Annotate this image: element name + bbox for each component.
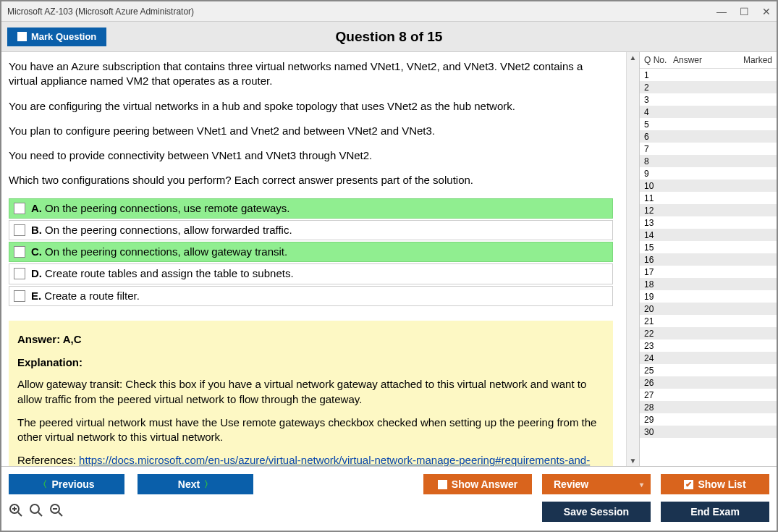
show-answer-button[interactable]: Show Answer xyxy=(423,474,532,494)
option-checkbox[interactable] xyxy=(14,268,25,279)
sidebar-row[interactable]: 28 xyxy=(640,401,777,413)
sidebar-row[interactable]: 10 xyxy=(640,180,777,192)
sidebar-row[interactable]: 12 xyxy=(640,204,777,216)
sidebar-row[interactable]: 15 xyxy=(640,241,777,253)
sidebar-qno: 1 xyxy=(644,70,673,80)
sidebar-row[interactable]: 1 xyxy=(640,69,777,81)
footer-row-2: Save Session End Exam xyxy=(9,502,769,522)
minimize-icon[interactable]: — xyxy=(716,6,727,17)
next-label: Next xyxy=(178,478,200,490)
sidebar-qno: 9 xyxy=(644,169,673,179)
show-answer-label: Show Answer xyxy=(452,478,517,490)
sidebar-qno: 21 xyxy=(644,316,673,326)
sidebar-row[interactable]: 16 xyxy=(640,253,777,266)
sidebar-row[interactable]: 30 xyxy=(640,426,777,438)
sidebar-header: Q No. Answer Marked xyxy=(640,52,777,69)
zoom-in-icon[interactable] xyxy=(9,503,23,521)
checkbox-icon xyxy=(17,32,27,41)
review-button[interactable]: Review xyxy=(542,474,651,494)
maximize-icon[interactable]: ☐ xyxy=(740,6,749,17)
mark-question-button[interactable]: Mark Question xyxy=(7,28,106,46)
action-buttons: Show Answer Review ✔ Show List xyxy=(423,474,769,494)
close-icon[interactable]: ✕ xyxy=(762,6,771,17)
sidebar-row[interactable]: 20 xyxy=(640,303,777,315)
scroll-down-icon[interactable]: ▼ xyxy=(627,455,639,466)
show-list-label: Show List xyxy=(698,478,745,490)
option-text: Create a route filter. xyxy=(44,289,140,303)
references: References: https://docs.microsoft.com/e… xyxy=(17,453,604,466)
sidebar-qno: 2 xyxy=(644,83,673,93)
sidebar-qno: 6 xyxy=(644,132,673,142)
sidebar-row[interactable]: 11 xyxy=(640,192,777,204)
svg-line-1 xyxy=(18,512,22,516)
svg-line-5 xyxy=(38,512,42,516)
option-checkbox[interactable] xyxy=(14,203,25,214)
option-text: Create route tables and assign the table… xyxy=(45,266,294,281)
sidebar-row[interactable]: 29 xyxy=(640,413,777,426)
save-session-button[interactable]: Save Session xyxy=(542,502,651,522)
scroll-up-icon[interactable]: ▲ xyxy=(627,52,639,63)
sidebar-row[interactable]: 6 xyxy=(640,130,777,143)
col-answer: Answer xyxy=(673,55,716,65)
sidebar-row[interactable]: 3 xyxy=(640,93,777,106)
question-scroll[interactable]: You have an Azure subscription that cont… xyxy=(1,52,626,466)
option-row[interactable]: E. Create a route filter. xyxy=(9,286,613,306)
sidebar-row[interactable]: 18 xyxy=(640,278,777,290)
sidebar-row[interactable]: 19 xyxy=(640,290,777,303)
option-letter: E. xyxy=(31,289,41,303)
sidebar-row[interactable]: 25 xyxy=(640,364,777,376)
sidebar-row[interactable]: 8 xyxy=(640,155,777,167)
zoom-out-icon[interactable] xyxy=(49,503,64,521)
sidebar-row[interactable]: 14 xyxy=(640,229,777,241)
option-checkbox[interactable] xyxy=(14,224,25,236)
sidebar-row[interactable]: 22 xyxy=(640,327,777,339)
option-checkbox[interactable] xyxy=(14,246,25,258)
option-letter: D. xyxy=(31,266,42,281)
previous-label: Previous xyxy=(51,478,94,490)
sidebar-qno: 3 xyxy=(644,95,673,105)
previous-button[interactable]: 〈 Previous xyxy=(9,474,124,494)
option-row[interactable]: D. Create route tables and assign the ta… xyxy=(9,263,613,284)
window-controls: — ☐ ✕ xyxy=(716,6,771,17)
sidebar-row[interactable]: 26 xyxy=(640,376,777,389)
question-counter: Question 8 of 15 xyxy=(1,29,777,45)
footer-row-1: 〈 Previous Next 〉 Show Answer Review ✔ xyxy=(9,474,769,494)
sidebar-qno: 27 xyxy=(644,390,673,400)
sidebar-qno: 16 xyxy=(644,255,673,265)
save-session-label: Save Session xyxy=(564,506,629,518)
reference-link[interactable]: https://docs.microsoft.com/en-us/azure/v… xyxy=(17,454,590,466)
option-checkbox[interactable] xyxy=(14,290,25,302)
end-exam-button[interactable]: End Exam xyxy=(661,502,769,522)
sidebar-qno: 25 xyxy=(644,366,673,376)
question-paragraph: You plan to configure peering between VN… xyxy=(9,124,613,138)
mark-question-label: Mark Question xyxy=(31,31,96,42)
option-row[interactable]: A. On the peering connections, use remot… xyxy=(9,198,613,219)
sidebar-list[interactable]: 1234567891011121314151617181920212223242… xyxy=(640,69,777,466)
col-marked: Marked xyxy=(716,55,772,65)
question-paragraph: You have an Azure subscription that cont… xyxy=(9,59,613,89)
sidebar-row[interactable]: 2 xyxy=(640,81,777,93)
option-row[interactable]: B. On the peering connections, allow for… xyxy=(9,220,613,240)
sidebar-row[interactable]: 21 xyxy=(640,315,777,327)
zoom-reset-icon[interactable] xyxy=(29,503,43,521)
content-scrollbar[interactable]: ▲ ▼ xyxy=(626,52,639,466)
sidebar-row[interactable]: 24 xyxy=(640,352,777,364)
sidebar-row[interactable]: 13 xyxy=(640,216,777,229)
option-letter: A. xyxy=(31,201,42,216)
sidebar-row[interactable]: 23 xyxy=(640,339,777,352)
sidebar-row[interactable]: 9 xyxy=(640,167,777,180)
option-letter: C. xyxy=(31,245,42,259)
session-buttons: Save Session End Exam xyxy=(542,502,769,522)
sidebar-qno: 11 xyxy=(644,193,673,203)
option-row[interactable]: C. On the peering connections, allow gat… xyxy=(9,242,613,262)
sidebar-row[interactable]: 7 xyxy=(640,143,777,155)
sidebar-row[interactable]: 17 xyxy=(640,266,777,278)
explanation-label: Explanation: xyxy=(17,355,604,370)
sidebar-row[interactable]: 4 xyxy=(640,106,777,118)
answer-box: Answer: A,C Explanation: Allow gateway t… xyxy=(9,321,613,466)
sidebar-row[interactable]: 27 xyxy=(640,389,777,401)
next-button[interactable]: Next 〉 xyxy=(138,474,253,494)
sidebar-row[interactable]: 5 xyxy=(640,118,777,130)
options-list: A. On the peering connections, use remot… xyxy=(9,198,613,306)
show-list-button[interactable]: ✔ Show List xyxy=(661,474,769,494)
